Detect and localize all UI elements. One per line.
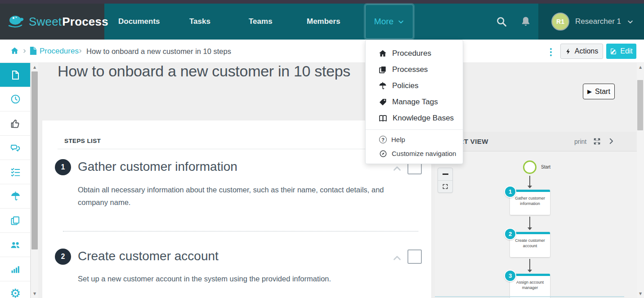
- logo[interactable]: Sweet Process: [0, 4, 104, 40]
- flowchart-bottom-edge: [435, 296, 624, 297]
- content-scrollbar[interactable]: ▲ ▼: [31, 63, 38, 298]
- nav-item-documents[interactable]: Documents: [118, 4, 160, 40]
- zoom-out-button[interactable]: [438, 168, 452, 180]
- document-icon: [10, 70, 21, 80]
- step-title: Create customer account: [78, 249, 219, 263]
- step-checkbox[interactable]: [407, 249, 422, 264]
- app-window: Sweet Process Documents Tasks Teams Memb…: [0, 0, 644, 298]
- sidebar-item-reports[interactable]: [0, 257, 31, 281]
- sidebar-item-approvals[interactable]: [0, 111, 31, 136]
- scrollbar-thumb[interactable]: [31, 71, 38, 249]
- logo-text-process: Process: [62, 15, 108, 29]
- umbrella-icon: [10, 191, 21, 202]
- flowchart-start-label: Start: [541, 165, 550, 169]
- account-name: Researcher 1: [575, 17, 621, 26]
- sidebar-item-settings[interactable]: ⚙: [0, 281, 31, 298]
- menu-item-processes[interactable]: Processes: [366, 62, 463, 78]
- fit-screen-button[interactable]: [438, 180, 452, 192]
- avatar: R1: [551, 13, 569, 31]
- menu-item-knowledge-bases[interactable]: Knowledge Bases: [366, 110, 463, 126]
- page-title: How to onboard a new customer in 10 step…: [58, 62, 350, 80]
- scroll-up-arrow[interactable]: ▲: [31, 65, 38, 69]
- sidebar-item-policies[interactable]: [0, 184, 31, 209]
- help-icon: ?: [379, 136, 387, 143]
- play-icon: ▶: [587, 88, 592, 95]
- nav-item-more[interactable]: More: [365, 4, 413, 39]
- flowchart-node-badge: 2: [504, 228, 516, 240]
- sidebar-item-teams[interactable]: [0, 233, 31, 257]
- collapse-chevron-up-icon[interactable]: [391, 252, 403, 264]
- sidebar-item-document[interactable]: [0, 63, 31, 87]
- scroll-down-arrow[interactable]: ▼: [637, 292, 644, 296]
- search-icon[interactable]: [496, 4, 508, 40]
- sidebar-item-processes[interactable]: [0, 209, 31, 233]
- account-menu[interactable]: R1 Researcher 1: [538, 4, 644, 40]
- thumbs-up-icon: [10, 118, 21, 129]
- compass-icon: [379, 150, 387, 158]
- step-number-badge: 2: [55, 249, 71, 265]
- copy-pages-icon: [10, 215, 21, 226]
- flow-arrowhead: [528, 186, 532, 188]
- step-description: Obtain all necessary information about t…: [78, 183, 413, 209]
- more-label: More: [374, 17, 394, 27]
- steps-list-heading: STEPS LIST: [64, 138, 101, 144]
- menu-item-help[interactable]: ? Help: [366, 133, 463, 147]
- home-icon: [378, 49, 387, 58]
- menu-item-manage-tags[interactable]: Manage Tags: [366, 94, 463, 110]
- bell-icon[interactable]: [520, 4, 532, 40]
- edit-button[interactable]: Edit: [606, 44, 636, 59]
- start-procedure-button[interactable]: ▶ Start: [583, 84, 615, 99]
- flowchart-zoom-controls: [438, 168, 453, 193]
- panel-collapse-chevron-right-icon[interactable]: [607, 137, 615, 145]
- chevron-down-icon: [398, 18, 404, 25]
- flow-connector: [529, 259, 530, 270]
- step-separator: [63, 231, 418, 231]
- actions-button[interactable]: Actions: [560, 44, 603, 59]
- step-title: Gather customer information: [78, 160, 237, 174]
- step-description: Set up a new customer account in the sys…: [78, 272, 413, 285]
- more-options-kebab-icon[interactable]: [548, 45, 554, 59]
- sidebar-item-comments[interactable]: [0, 136, 31, 160]
- chat-bubbles-icon: [9, 142, 21, 154]
- sidebar-item-history[interactable]: [0, 87, 31, 111]
- flowchart-scrollbar[interactable]: ▲ ▼: [637, 63, 644, 298]
- logo-text-sweet: Sweet: [29, 15, 62, 29]
- logo-cup-icon: [7, 14, 25, 29]
- top-strip: [0, 0, 644, 4]
- clock-icon: [10, 93, 21, 105]
- flowchart-node-badge: 1: [504, 186, 516, 198]
- minus-icon: [443, 173, 448, 175]
- menu-item-procedures[interactable]: Procedures: [366, 45, 463, 62]
- sidebar-item-checklist[interactable]: [0, 160, 31, 184]
- breadcrumb-procedures-link[interactable]: Procedures: [40, 47, 79, 56]
- edit-pencil-icon: [610, 48, 617, 55]
- nav-item-teams[interactable]: Teams: [249, 4, 273, 40]
- umbrella-icon: [378, 81, 387, 90]
- step-number-badge: 1: [55, 159, 71, 175]
- scroll-up-arrow[interactable]: ▲: [637, 65, 644, 69]
- flowchart-start-node[interactable]: [523, 160, 537, 174]
- breadcrumb-current: How to onboard a new customer in 10 step…: [86, 47, 231, 56]
- checklist-icon: [10, 166, 21, 178]
- scroll-down-arrow[interactable]: ▼: [31, 292, 38, 296]
- menu-item-policies[interactable]: Policies: [366, 78, 463, 94]
- account-chevron-down-icon: [627, 18, 634, 25]
- collapse-chevron-up-icon[interactable]: [391, 163, 403, 174]
- expand-arrows-icon[interactable]: [593, 137, 601, 146]
- print-link[interactable]: print: [574, 138, 586, 145]
- flowchart-panel: [435, 132, 637, 298]
- open-book-icon: [378, 114, 388, 123]
- home-icon[interactable]: [10, 46, 19, 55]
- menu-divider: [366, 129, 463, 130]
- tag-icon: [378, 98, 387, 107]
- bar-chart-icon: [10, 263, 21, 275]
- more-dropdown-menu: Procedures Processes Policies Manage Tag…: [365, 40, 463, 164]
- users-group-icon: [9, 239, 22, 251]
- nav-item-tasks[interactable]: Tasks: [189, 4, 210, 40]
- chevron-separator-icon: [22, 49, 27, 53]
- flowchart-node-badge: 3: [504, 270, 516, 282]
- flow-arrowhead: [528, 270, 532, 272]
- nav-item-members[interactable]: Members: [307, 4, 340, 40]
- menu-item-customize-navigation[interactable]: Customize navigation: [366, 147, 463, 160]
- scrollbar-thumb[interactable]: [637, 80, 643, 130]
